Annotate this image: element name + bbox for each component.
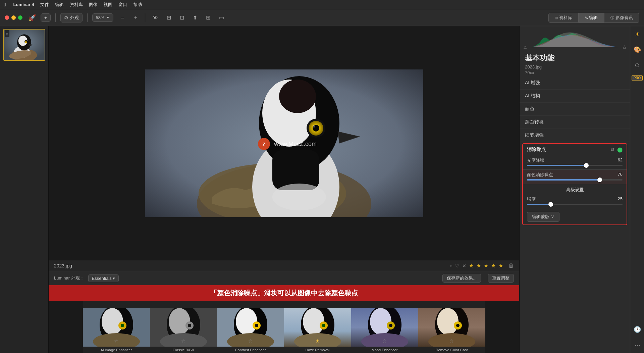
panel-detail[interactable]: 细节增强 bbox=[520, 129, 630, 142]
compare-button[interactable]: ⊟ bbox=[164, 13, 174, 22]
advanced-settings: 高级设置 强度 25 bbox=[523, 184, 627, 209]
star-1[interactable]: ★ bbox=[469, 262, 474, 269]
face-icon-button[interactable]: ☺ bbox=[632, 60, 643, 70]
save-effects-button[interactable]: 保存新的效果... bbox=[442, 274, 481, 283]
reset-icon[interactable]: ↺ bbox=[610, 147, 614, 152]
preset-contrast-enhancer[interactable]: ☆ Contrast Enhancer bbox=[217, 308, 284, 353]
preset-mood-enhancer[interactable]: ☆ Mood Enhancer bbox=[351, 308, 418, 353]
canvas-area: Z www.MacZ.com 2023.jpg ○ ♡ ✕ ★ ★ ★ ★ ★ … bbox=[49, 26, 519, 353]
preset-haze-removal[interactable]: ★ Haze Removal bbox=[284, 308, 351, 353]
luminance-slider-track[interactable] bbox=[527, 165, 623, 166]
reject-button[interactable]: ✕ bbox=[462, 263, 466, 268]
zoom-in-button[interactable]: + bbox=[131, 13, 141, 22]
ai-enhance-label: AI 增强 bbox=[525, 80, 625, 86]
scrollable-panel: 基本功能 2023.jpg 70xx AI 增强 AI 结构 颜色 黑白转换 细… bbox=[520, 51, 630, 353]
preset-star-5[interactable]: ☆ bbox=[382, 338, 387, 344]
appearance-button[interactable]: ⚙ 外观 bbox=[60, 13, 83, 22]
preset-star-4[interactable]: ★ bbox=[315, 338, 320, 344]
flag-button[interactable]: ○ bbox=[450, 263, 452, 268]
svg-point-8 bbox=[25, 41, 26, 42]
menu-window[interactable]: 窗口 bbox=[118, 2, 127, 8]
tab-info[interactable]: ⓘ 影像资讯 bbox=[604, 13, 639, 23]
grid-button[interactable]: ⊞ bbox=[203, 13, 213, 22]
presets-row: ☆ Al Image Enhancer ☆ Classic B&W bbox=[83, 301, 485, 353]
minimize-button[interactable] bbox=[11, 15, 16, 20]
svg-point-43 bbox=[255, 324, 258, 327]
more-icon-button[interactable]: ⋯ bbox=[632, 340, 643, 350]
menu-help[interactable]: 帮助 bbox=[133, 2, 142, 8]
edit-mask-button[interactable]: 编辑蒙版 ∨ bbox=[527, 212, 559, 222]
rating-area: ○ ♡ ✕ ★ ★ ★ ★ ★ bbox=[450, 262, 503, 269]
star-5[interactable]: ★ bbox=[498, 262, 503, 269]
preset-star-6[interactable]: ☆ bbox=[449, 338, 454, 344]
preset-label-1: Al Image Enhancer bbox=[101, 347, 132, 353]
menu-file[interactable]: 文件 bbox=[40, 2, 49, 8]
tab-library[interactable]: ⊞ 资料库 bbox=[548, 13, 579, 23]
menu-image[interactable]: 图像 bbox=[89, 2, 98, 8]
preset-star-3[interactable]: ☆ bbox=[248, 338, 253, 344]
crop-button[interactable]: ⊡ bbox=[177, 13, 187, 22]
detail-label: 细节增强 bbox=[525, 132, 625, 138]
menu-edit[interactable]: 编辑 bbox=[55, 2, 64, 8]
strength-slider-thumb[interactable] bbox=[548, 202, 553, 207]
traffic-lights bbox=[5, 15, 22, 20]
star-2[interactable]: ★ bbox=[476, 262, 481, 269]
section-filename: 2023.jpg bbox=[520, 64, 630, 70]
heart-button[interactable]: ♡ bbox=[455, 263, 460, 268]
menu-library[interactable]: 资料库 bbox=[70, 2, 83, 8]
separator2 bbox=[87, 13, 88, 22]
strength-slider-track[interactable] bbox=[527, 204, 623, 205]
light-icon-button[interactable]: ☀ bbox=[632, 29, 643, 40]
svg-point-31 bbox=[121, 324, 124, 327]
header-icons: ↺ ⬤ bbox=[610, 147, 623, 152]
panel-ai-enhance[interactable]: AI 增强 bbox=[520, 77, 630, 90]
preset-remove-color-cast[interactable]: ☆ Remove Color Cast bbox=[418, 308, 485, 353]
eye-icon-button[interactable]: 👁 bbox=[150, 13, 161, 22]
panel-color[interactable]: 颜色 bbox=[520, 103, 630, 116]
maximize-button[interactable] bbox=[18, 15, 22, 20]
svg-text:www.MacZ.com: www.MacZ.com bbox=[274, 141, 317, 147]
luminance-slider-label: 光度降噪 bbox=[527, 157, 544, 163]
tab-group: ⊞ 资料库 ✎ 编辑 ⓘ 影像资讯 bbox=[548, 13, 639, 23]
svg-point-61 bbox=[456, 324, 460, 327]
color-noise-slider-track[interactable] bbox=[527, 179, 623, 181]
pro-badge: PRO bbox=[632, 75, 643, 81]
color-noise-slider-thumb[interactable] bbox=[597, 178, 602, 182]
toggle-icon[interactable]: ⬤ bbox=[617, 147, 623, 152]
reset-button[interactable]: 重置调整 bbox=[488, 274, 514, 283]
main-image[interactable]: Z www.MacZ.com bbox=[145, 69, 423, 217]
right-panel: △ △ 基本功能 2023.jpg 70xx AI 增强 AI 结构 bbox=[519, 26, 630, 353]
preset-classic-bw[interactable]: ☆ Classic B&W bbox=[150, 308, 217, 353]
preset-ai-image-enhancer[interactable]: ☆ Al Image Enhancer bbox=[83, 308, 150, 353]
presets-bar: Luminar 外观： Essentials ▾ 保存新的效果... 重置调整 bbox=[49, 271, 519, 285]
tab-edit[interactable]: ✎ 编辑 bbox=[579, 13, 604, 23]
presets-dropdown[interactable]: Essentials ▾ bbox=[88, 274, 119, 282]
star-4[interactable]: ★ bbox=[491, 262, 496, 269]
zoom-display[interactable]: 58% ▼ bbox=[92, 13, 113, 22]
panel-ai-structure[interactable]: AI 结构 bbox=[520, 90, 630, 103]
active-section-noise: 消除噪点 ↺ ⬤ 光度降噪 62 bbox=[522, 143, 627, 225]
svg-point-55 bbox=[389, 324, 392, 327]
add-button[interactable]: + bbox=[41, 13, 51, 22]
separator3 bbox=[145, 13, 145, 22]
close-button[interactable] bbox=[5, 15, 9, 20]
panel-bw[interactable]: 黑白转换 bbox=[520, 116, 630, 129]
menu-view[interactable]: 视图 bbox=[104, 2, 112, 8]
palette-icon-button[interactable]: 🎨 bbox=[632, 44, 643, 55]
window-button[interactable]: ▭ bbox=[216, 13, 227, 22]
svg-point-17 bbox=[279, 80, 316, 113]
hist-right-arrow: △ bbox=[623, 44, 626, 49]
preset-star-2[interactable]: ☆ bbox=[181, 338, 185, 344]
delete-button[interactable]: 🗑 bbox=[508, 263, 514, 269]
luminance-slider-thumb[interactable] bbox=[584, 163, 589, 168]
filmstrip-thumbnail[interactable]: ⊞ bbox=[3, 29, 45, 61]
share-button[interactable]: ⬆ bbox=[190, 13, 200, 22]
noise-title: 消除噪点 bbox=[527, 147, 546, 153]
color-noise-slider-label: 颜色消除噪点 bbox=[527, 172, 553, 178]
history-icon-button[interactable]: 🕐 bbox=[632, 324, 643, 335]
zoom-out-button[interactable]: － bbox=[117, 12, 128, 23]
star-3[interactable]: ★ bbox=[484, 262, 488, 269]
strength-label: 强度 bbox=[527, 196, 536, 202]
luminance-slider-value: 62 bbox=[618, 157, 623, 163]
preset-star-1[interactable]: ☆ bbox=[114, 338, 118, 344]
